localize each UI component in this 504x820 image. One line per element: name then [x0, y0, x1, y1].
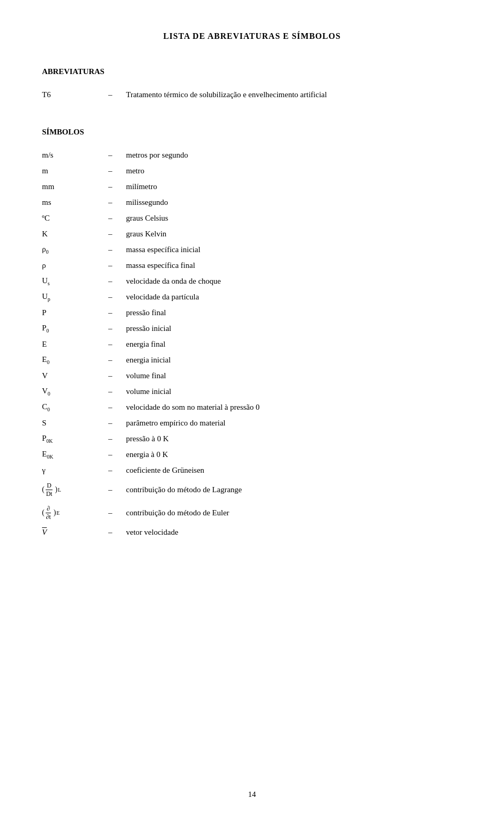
table-row: ms – milissegundo [42, 194, 462, 210]
symbol-cell: V [42, 524, 94, 540]
desc-cell: energia final [126, 336, 462, 352]
page: LISTA DE ABREVIATURAS E SÍMBOLOS ABREVIA… [0, 0, 504, 820]
table-row: P0K – pressão à 0 K [42, 431, 462, 447]
symbol-cell: ρ0 [42, 242, 94, 257]
dash-cell: – [94, 226, 126, 242]
symbols-heading: SÍMBOLOS [42, 128, 462, 137]
desc-cell: vetor velocidade [126, 524, 462, 540]
dash-cell: – [94, 383, 126, 399]
symbol-cell: m/s [42, 147, 94, 163]
dash-cell: – [94, 352, 126, 368]
symbol-cell: P0 [42, 320, 94, 336]
desc-cell: coeficiente de Grüneisen [126, 462, 462, 478]
symbol-cell: γ [42, 462, 94, 478]
table-row: E – energia final [42, 336, 462, 352]
desc-cell: massa específica final [126, 257, 462, 273]
table-row: ρ – massa específica final [42, 257, 462, 273]
dash-cell: – [94, 273, 126, 289]
vec-v-symbol: V [42, 528, 47, 536]
desc-cell: pressão inicial [126, 320, 462, 336]
symbol-cell: ms [42, 194, 94, 210]
dash-cell: – [94, 447, 126, 462]
dash-cell: – [94, 320, 126, 336]
table-row: P – pressão final [42, 305, 462, 320]
dash-cell: – [94, 242, 126, 257]
table-row: S – parâmetro empírico do material [42, 415, 462, 431]
dash-cell: – [94, 305, 126, 320]
table-row: E0K – energia à 0 K [42, 447, 462, 462]
desc-cell: contribuição do método de Euler [126, 501, 462, 524]
symbol-cell: P0K [42, 431, 94, 447]
dash-cell: – [94, 501, 126, 524]
dash-cell: – [94, 399, 126, 415]
symbol-cell: Us [42, 273, 94, 289]
symbol-cell: S [42, 415, 94, 431]
symbol-cell: m [42, 163, 94, 179]
symbol-cell: ( ∂ ∂t ) E [42, 501, 94, 524]
symbol-cell: V0 [42, 383, 94, 399]
dash-cell: – [94, 163, 126, 179]
symbol-cell: P [42, 305, 94, 320]
symbol-cell: T6 [42, 87, 94, 102]
desc-cell: milissegundo [126, 194, 462, 210]
desc-cell: graus Celsius [126, 210, 462, 226]
symbol-cell: V [42, 368, 94, 383]
page-title: LISTA DE ABREVIATURAS E SÍMBOLOS [42, 32, 462, 41]
table-row: Up – velocidade da partícula [42, 289, 462, 305]
table-row: V – vetor velocidade [42, 524, 462, 540]
dash-cell: – [94, 147, 126, 163]
table-row: γ – coeficiente de Grüneisen [42, 462, 462, 478]
table-row: m – metro [42, 163, 462, 179]
dash-cell: – [94, 87, 126, 102]
page-number: 14 [0, 790, 504, 799]
desc-cell: graus Kelvin [126, 226, 462, 242]
desc-cell: volume final [126, 368, 462, 383]
abbreviations-table: T6 – Tratamento térmico de solubilização… [42, 87, 462, 102]
table-row: ( D Dt ) L – contribuição do método de L… [42, 478, 462, 501]
table-row: E0 – energia inicial [42, 352, 462, 368]
dash-cell: – [94, 478, 126, 501]
symbol-cell: E0K [42, 447, 94, 462]
desc-cell: energia à 0 K [126, 447, 462, 462]
desc-cell: milímetro [126, 179, 462, 194]
dash-cell: – [94, 431, 126, 447]
desc-cell: velocidade do som no material à pressão … [126, 399, 462, 415]
symbol-cell: ρ [42, 257, 94, 273]
table-row: V0 – volume inicial [42, 383, 462, 399]
table-row: C0 – velocidade do som no material à pre… [42, 399, 462, 415]
symbol-cell: E0 [42, 352, 94, 368]
desc-cell: pressão à 0 K [126, 431, 462, 447]
table-row: mm – milímetro [42, 179, 462, 194]
table-row: Us – velocidade da onda de choque [42, 273, 462, 289]
dash-cell: – [94, 368, 126, 383]
table-row: ( ∂ ∂t ) E – contribuição do método de E… [42, 501, 462, 524]
dash-cell: – [94, 257, 126, 273]
desc-cell: velocidade da onda de choque [126, 273, 462, 289]
dash-cell: – [94, 336, 126, 352]
math-frac-partial: ∂ ∂t [45, 505, 52, 521]
table-row: m/s – metros por segundo [42, 147, 462, 163]
desc-cell: metro [126, 163, 462, 179]
table-row: T6 – Tratamento térmico de solubilização… [42, 87, 462, 102]
table-row: P0 – pressão inicial [42, 320, 462, 336]
dash-cell: – [94, 194, 126, 210]
table-row: ºC – graus Celsius [42, 210, 462, 226]
desc-cell: velocidade da partícula [126, 289, 462, 305]
desc-cell: pressão final [126, 305, 462, 320]
math-frac-ddt: D Dt [45, 482, 54, 497]
symbol-cell: K [42, 226, 94, 242]
desc-cell: energia inicial [126, 352, 462, 368]
symbol-cell: E [42, 336, 94, 352]
dash-cell: – [94, 179, 126, 194]
dash-cell: – [94, 415, 126, 431]
symbols-table: m/s – metros por segundo m – metro mm – … [42, 147, 462, 540]
table-row: K – graus Kelvin [42, 226, 462, 242]
symbol-cell: C0 [42, 399, 94, 415]
dash-cell: – [94, 210, 126, 226]
desc-cell: volume inicial [126, 383, 462, 399]
symbol-cell: ºC [42, 210, 94, 226]
frac-ddt-symbol: ( D Dt ) L [42, 482, 61, 497]
desc-cell: parâmetro empírico do material [126, 415, 462, 431]
symbol-cell: Up [42, 289, 94, 305]
frac-partial-symbol: ( ∂ ∂t ) E [42, 505, 60, 521]
